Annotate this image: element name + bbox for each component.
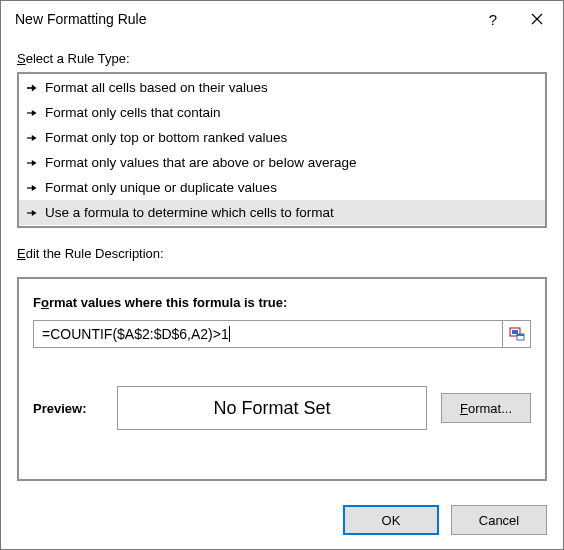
formula-heading: Format values where this formula is true… (33, 295, 531, 310)
rule-type-item[interactable]: Use a formula to determine which cells t… (19, 200, 545, 225)
preview-text: No Format Set (213, 398, 330, 419)
preview-row: Preview: No Format Set Format... (33, 386, 531, 430)
close-icon (531, 13, 543, 25)
svg-rect-9 (517, 334, 524, 336)
bullet-icon (27, 182, 39, 194)
bullet-icon (27, 157, 39, 169)
format-button[interactable]: Format... (441, 393, 531, 423)
bullet-icon (27, 132, 39, 144)
svg-rect-7 (512, 330, 518, 334)
rule-type-item[interactable]: Format only values that are above or bel… (19, 150, 545, 175)
bullet-icon (27, 82, 39, 94)
new-formatting-rule-dialog: New Formatting Rule ? Select a Rule Type… (0, 0, 564, 550)
rule-type-text: Use a formula to determine which cells t… (45, 205, 334, 220)
rule-description-panel: Format values where this formula is true… (17, 277, 547, 481)
svg-marker-2 (32, 135, 37, 141)
rule-type-text: Format only values that are above or bel… (45, 155, 356, 170)
svg-marker-3 (32, 160, 37, 166)
rule-type-list[interactable]: Format all cells based on their values F… (17, 72, 547, 228)
rule-type-text: Format only unique or duplicate values (45, 180, 277, 195)
edit-rule-description-label: Edit the Rule Description: (17, 246, 547, 261)
rule-type-item[interactable]: Format only top or bottom ranked values (19, 125, 545, 150)
rule-type-item[interactable]: Format only unique or duplicate values (19, 175, 545, 200)
ok-button[interactable]: OK (343, 505, 439, 535)
svg-marker-4 (32, 185, 37, 191)
preview-box: No Format Set (117, 386, 427, 430)
dialog-body: Select a Rule Type: Format all cells bas… (1, 37, 563, 493)
help-button[interactable]: ? (471, 4, 515, 34)
collapse-dialog-button[interactable] (503, 320, 531, 348)
rule-type-text: Format only cells that contain (45, 105, 221, 120)
select-rule-type-label: Select a Rule Type: (17, 51, 547, 66)
formula-row: =COUNTIF($A$2:$D$6,A2)>1 (33, 320, 531, 348)
refedit-icon (509, 326, 525, 342)
preview-label: Preview: (33, 401, 103, 416)
bullet-icon (27, 107, 39, 119)
formula-input[interactable]: =COUNTIF($A$2:$D$6,A2)>1 (33, 320, 503, 348)
svg-marker-1 (32, 110, 37, 116)
svg-marker-5 (32, 210, 37, 216)
close-button[interactable] (515, 4, 559, 34)
bullet-icon (27, 207, 39, 219)
text-caret (229, 326, 230, 342)
formula-value: =COUNTIF($A$2:$D$6,A2)>1 (42, 326, 229, 342)
cancel-button[interactable]: Cancel (451, 505, 547, 535)
rule-type-item[interactable]: Format all cells based on their values (19, 75, 545, 100)
dialog-title: New Formatting Rule (15, 11, 471, 27)
rule-type-text: Format only top or bottom ranked values (45, 130, 287, 145)
dialog-button-row: OK Cancel (1, 493, 563, 549)
titlebar: New Formatting Rule ? (1, 1, 563, 37)
rule-type-text: Format all cells based on their values (45, 80, 268, 95)
svg-marker-0 (32, 85, 37, 91)
rule-type-item[interactable]: Format only cells that contain (19, 100, 545, 125)
